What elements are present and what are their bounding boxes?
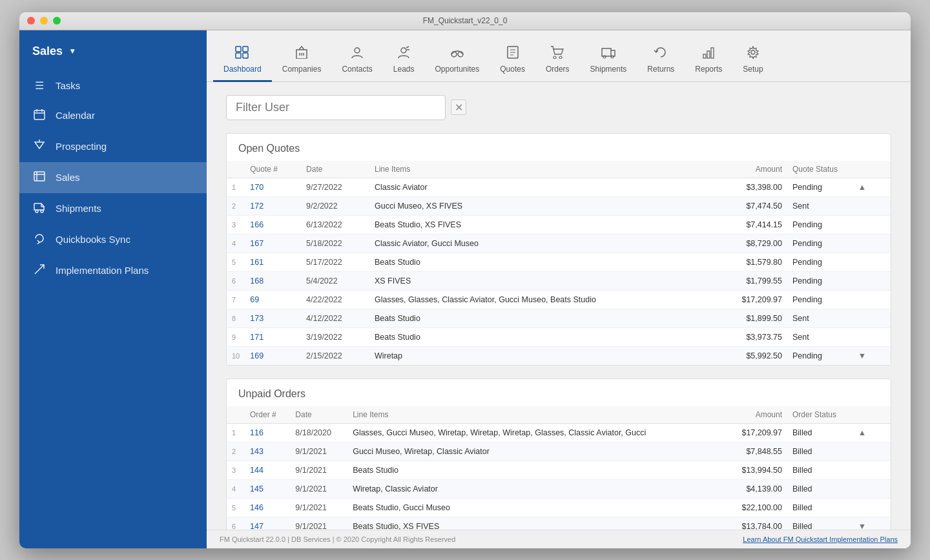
nav-item-dashboard[interactable]: Dashboard <box>213 41 272 82</box>
order-number: 116 <box>245 423 290 442</box>
nav-item-quotes[interactable]: Quotes <box>490 41 535 82</box>
scroll-col <box>871 498 891 517</box>
table-row[interactable]: 6 168 5/4/2022 XS FIVES $1,799.55 Pendin… <box>227 271 891 290</box>
shipments-icon <box>32 202 46 216</box>
footer-link[interactable]: Learn About FM Quickstart Implementation… <box>743 535 898 543</box>
quote-status: Pending <box>787 290 871 309</box>
nav-label-dashboard: Dashboard <box>223 65 262 74</box>
scroll-col <box>871 290 891 309</box>
scroll-down-icon[interactable]: ▼ <box>858 351 866 360</box>
col-rownum-oq <box>227 161 245 178</box>
svg-point-40 <box>751 50 755 54</box>
quote-number: 169 <box>245 346 301 365</box>
nav-item-shipments[interactable]: Shipments <box>580 41 637 82</box>
scroll-col <box>871 309 891 327</box>
row-num: 2 <box>227 442 245 461</box>
main-content: ✕ Open Quotes Quote # Date Line I <box>207 82 911 530</box>
svg-line-24 <box>406 47 409 48</box>
svg-point-35 <box>603 56 606 58</box>
order-number: 147 <box>245 517 290 530</box>
table-row[interactable]: 2 172 9/2/2022 Gucci Museo, XS FIVES $7,… <box>227 196 891 215</box>
leads-icon <box>397 46 411 62</box>
reports-icon <box>701 46 716 62</box>
col-status-uo: Order Status <box>787 406 871 424</box>
sidebar-item-quickbooks[interactable]: Quickbooks Sync <box>19 224 207 255</box>
quote-items: Beats Studio <box>369 327 712 346</box>
table-row[interactable]: 1 170 9/27/2022 Classic Aviator $3,398.0… <box>227 178 891 196</box>
order-amount: $22,100.00 <box>724 498 787 517</box>
scroll-col <box>871 196 891 215</box>
calendar-icon <box>32 109 46 123</box>
close-button[interactable] <box>27 17 35 25</box>
svg-rect-14 <box>236 47 241 52</box>
order-number: 143 <box>245 442 290 461</box>
unpaid-orders-section: Unpaid Orders Order # Date Line Items Am… <box>226 379 891 530</box>
table-row[interactable]: 8 173 4/12/2022 Beats Studio $1,899.50 S… <box>227 309 891 327</box>
quote-status: Sent <box>787 309 871 327</box>
col-date-oq: Date <box>301 161 369 178</box>
order-date: 9/1/2021 <box>290 517 347 530</box>
sidebar-item-implementation[interactable]: Implementation Plans <box>19 255 207 286</box>
table-row[interactable]: 5 161 5/17/2022 Beats Studio $1,579.80 P… <box>227 253 891 271</box>
scroll-up-icon[interactable]: ▲ <box>858 428 866 437</box>
nav-label-shipments: Shipments <box>590 65 627 74</box>
order-date: 9/1/2021 <box>290 479 347 498</box>
scroll-down-icon[interactable]: ▼ <box>858 522 866 530</box>
table-row[interactable]: 4 167 5/18/2022 Classic Aviator, Gucci M… <box>227 234 891 253</box>
sidebar-item-calendar[interactable]: Calendar <box>19 100 207 131</box>
order-amount: $7,848.55 <box>724 442 787 461</box>
filter-user-input[interactable] <box>226 95 446 120</box>
col-quote-num: Quote # <box>245 161 301 178</box>
scroll-up-icon[interactable]: ▲ <box>858 183 866 192</box>
nav-item-companies[interactable]: Companies <box>272 41 332 82</box>
quote-date: 5/18/2022 <box>301 234 369 253</box>
col-date-uo: Date <box>290 406 347 424</box>
table-row[interactable]: 2 143 9/1/2021 Gucci Museo, Wiretap, Cla… <box>227 442 891 461</box>
nav-label-leads: Leads <box>393 65 415 74</box>
nav-item-reports[interactable]: Reports <box>685 41 732 82</box>
table-row[interactable]: 9 171 3/19/2022 Beats Studio $3,973.75 S… <box>227 327 891 346</box>
filter-clear-button[interactable]: ✕ <box>451 99 466 115</box>
nav-item-leads[interactable]: Leads <box>383 41 425 82</box>
table-row[interactable]: 1 116 8/18/2020 Glasses, Gucci Museo, Wi… <box>227 423 891 442</box>
window-title: FM_Quickstart_v22_0_0 <box>423 16 508 25</box>
svg-rect-16 <box>236 53 241 58</box>
nav-item-setup[interactable]: Setup <box>732 41 773 82</box>
svg-marker-4 <box>35 142 44 149</box>
table-row[interactable]: 10 169 2/15/2022 Wiretap $5,992.50 Pendi… <box>227 346 891 365</box>
quote-items: Gucci Museo, XS FIVES <box>369 196 712 215</box>
table-row[interactable]: 7 69 4/22/2022 Glasses, Glasses, Classic… <box>227 290 891 309</box>
filter-bar: ✕ <box>226 95 891 120</box>
scroll-col <box>871 423 891 442</box>
sidebar-item-shipments[interactable]: Shipments <box>19 193 207 224</box>
nav-item-opportunities[interactable]: Opportunites <box>424 41 490 82</box>
nav-item-contacts[interactable]: Contacts <box>331 41 382 82</box>
order-date: 9/1/2021 <box>290 498 347 517</box>
table-row[interactable]: 5 146 9/1/2021 Beats Studio, Gucci Museo… <box>227 498 891 517</box>
table-row[interactable]: 3 144 9/1/2021 Beats Studio $13,994.50 B… <box>227 461 891 479</box>
sidebar-item-tasks[interactable]: ☰ Tasks <box>19 71 207 100</box>
order-items: Glasses, Gucci Museo, Wiretap, Wiretap, … <box>347 423 724 442</box>
minimize-button[interactable] <box>40 17 48 25</box>
scroll-col <box>871 327 891 346</box>
scroll-col <box>871 346 891 365</box>
sidebar-item-sales[interactable]: Sales <box>19 162 207 193</box>
svg-rect-34 <box>602 48 611 56</box>
order-date: 8/18/2020 <box>290 423 347 442</box>
quote-date: 5/17/2022 <box>301 253 369 271</box>
nav-item-returns[interactable]: Returns <box>637 41 685 82</box>
quote-date: 5/4/2022 <box>301 271 369 290</box>
table-row[interactable]: 3 166 6/13/2022 Beats Studio, XS FIVES $… <box>227 215 891 234</box>
quote-items: Beats Studio <box>369 253 712 271</box>
sidebar-item-prospecting[interactable]: Prospecting <box>19 131 207 162</box>
svg-point-32 <box>553 56 556 59</box>
nav-item-orders[interactable]: Orders <box>535 41 580 82</box>
sidebar-header[interactable]: Sales ▾ <box>19 37 207 71</box>
order-amount: $17,209.97 <box>724 423 787 442</box>
sidebar-label-shipments: Shipments <box>56 203 101 214</box>
svg-point-22 <box>355 48 360 53</box>
order-status: Billed ▼ <box>787 517 871 530</box>
maximize-button[interactable] <box>53 17 61 25</box>
table-row[interactable]: 4 145 9/1/2021 Wiretap, Classic Aviator … <box>227 479 891 498</box>
table-row[interactable]: 6 147 9/1/2021 Beats Studio, XS FIVES $1… <box>227 517 891 530</box>
